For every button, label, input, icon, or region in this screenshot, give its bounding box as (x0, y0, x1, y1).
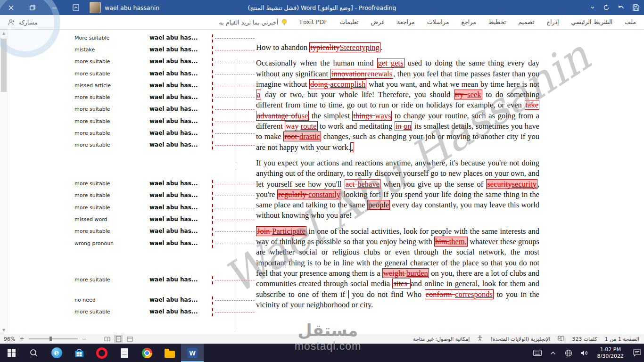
revision-comment-label[interactable]: more suitable (74, 118, 110, 124)
revision-comment-author[interactable]: wael abu has... (149, 130, 198, 136)
scroll-down-arrow[interactable]: ▼ (0, 326, 8, 334)
revision-comment-label[interactable]: more suitable (74, 205, 110, 211)
revision-comment-author[interactable]: wael abu has... (149, 240, 198, 247)
customize-qat-button[interactable] (590, 5, 595, 10)
revision-comment-author[interactable]: wael abu has... (149, 82, 198, 89)
revision-comment-label[interactable]: more suitable (74, 130, 110, 136)
ribbon-tab-6[interactable]: مراسلات (421, 15, 455, 29)
revision-comment-label[interactable]: mistake (74, 47, 95, 53)
revision-comment-label[interactable]: missed article (74, 82, 111, 89)
save-button[interactable] (633, 4, 639, 11)
ribbon-tab-7[interactable]: مراجعة (391, 15, 421, 29)
tracked-change[interactable]: doing accomplish (309, 79, 366, 89)
revision-comment-label[interactable]: more suitable (74, 309, 110, 315)
minimize-button[interactable] (43, 0, 65, 15)
taskbar-clock[interactable]: 1:02 PM 8/30/2022 (594, 346, 627, 359)
revision-comment-author[interactable]: wael abu has... (149, 204, 198, 211)
tell-me-button[interactable]: أخبرني بما تريد القيام به (213, 19, 294, 26)
accessibility-icon-button[interactable] (477, 335, 483, 343)
zoom-slider[interactable] (29, 338, 78, 339)
tracked-change[interactable]: weight burden (382, 268, 429, 278)
tracked-change[interactable]: . (350, 142, 354, 152)
taskbar-file-explorer-button[interactable] (158, 344, 181, 362)
tracked-change[interactable]: conform corresponds (425, 289, 494, 299)
revision-comment-label[interactable]: more suitable (74, 58, 110, 65)
revision-comment-label[interactable]: more suitable (74, 277, 110, 283)
revision-comment-author[interactable]: wael abu has... (149, 296, 198, 303)
revision-comment-label[interactable]: More suitable (74, 35, 109, 41)
ribbon-display-options-button[interactable] (65, 0, 87, 15)
revision-comment-author[interactable]: wael abu has... (149, 141, 198, 148)
scroll-up-arrow[interactable]: ▲ (0, 29, 8, 37)
revision-comment-author[interactable]: wael abu has... (149, 228, 198, 234)
document-text[interactable]: How to abandon typicalityStereotyping. O… (256, 42, 539, 315)
revision-comment-label[interactable]: no need (74, 297, 96, 303)
taskbar-opera-button[interactable] (91, 344, 113, 362)
hidden-icons-button[interactable] (548, 344, 558, 362)
revision-comment-author[interactable]: wael abu has... (149, 118, 198, 124)
close-button[interactable] (0, 0, 22, 15)
ribbon-tab-9[interactable]: تعليمات (333, 15, 364, 29)
revision-comment-label[interactable]: more suitable (74, 228, 110, 234)
tracked-change[interactable]: typicalityStereotyping (309, 42, 380, 52)
revision-comment-author[interactable]: wael abu has... (149, 308, 198, 315)
ribbon-tab-4[interactable]: تخطيط (482, 15, 512, 29)
tracked-change[interactable]: regularly constantly (277, 189, 341, 199)
tracked-change[interactable]: securitysecurity (486, 179, 537, 189)
taskbar-edge-button[interactable]: e (45, 344, 68, 362)
tracked-change[interactable]: root drastic (283, 132, 321, 141)
share-button[interactable]: مشاركة (8, 15, 37, 29)
tracked-change[interactable]: act behave (345, 179, 380, 189)
zoom-in-button[interactable]: + (19, 334, 24, 344)
tracked-change[interactable]: in on (395, 121, 413, 131)
taskbar-search-button[interactable] (23, 344, 45, 362)
touch-keyboard-button[interactable] (532, 344, 543, 362)
ribbon-tab-1[interactable]: الشريط الرئيسي (565, 15, 619, 29)
tracked-change[interactable]: him,them, (434, 237, 468, 247)
revision-comment-label[interactable]: more suitable (74, 142, 110, 148)
undo-button[interactable] (618, 5, 625, 11)
tracked-change[interactable]: Join Participate (256, 226, 306, 236)
revision-comment-label[interactable]: more suitable (74, 94, 110, 100)
vertical-scrollbar[interactable]: ▲ ▼ (0, 29, 8, 334)
tracked-change[interactable]: get gets (377, 58, 405, 68)
tracked-change[interactable]: sites (392, 279, 411, 288)
tracked-change[interactable]: try seek (454, 90, 482, 99)
revision-comment-author[interactable]: wael abu has... (149, 106, 198, 112)
page-number-status[interactable]: الصفحة 1 من 1 (605, 336, 639, 342)
revision-comment-author[interactable]: wael abu has... (149, 94, 198, 100)
revision-comment-author[interactable]: wael abu has... (149, 276, 198, 283)
revision-comment-label[interactable]: more suitable (74, 192, 110, 198)
start-button[interactable] (0, 344, 23, 362)
revision-comment-label[interactable]: more suitable (74, 181, 110, 187)
zoom-level[interactable]: 96% (4, 336, 15, 342)
read-mode-button[interactable] (103, 335, 111, 343)
user-account[interactable]: wael abu hassanin (90, 2, 159, 13)
ribbon-tab-10[interactable]: Foxit PDF (294, 15, 333, 29)
web-layout-button[interactable] (125, 335, 134, 343)
ribbon-tab-8[interactable]: عرض (365, 15, 391, 29)
tracked-change[interactable]: way route (285, 121, 318, 131)
repeat-button[interactable] (603, 4, 610, 11)
ribbon-tab-2[interactable]: إدراج (540, 15, 565, 29)
revision-comment-label[interactable]: more suitable (74, 106, 110, 112)
comment-anchor[interactable]: people (367, 200, 390, 210)
language-status[interactable]: الإنجليزية (الولايات المتحدة) (490, 336, 550, 342)
taskbar-store-button[interactable] (68, 344, 91, 362)
revision-comment-author[interactable]: wael abu has... (149, 192, 198, 198)
accessibility-status[interactable]: إمكانية الوصول: غير متاحة (413, 336, 470, 342)
tracked-change[interactable]: a (256, 90, 261, 99)
ribbon-tab-0[interactable]: ملف (619, 15, 642, 29)
revision-comment-author[interactable]: wael abu has... (149, 58, 198, 65)
taskbar-notepad-button[interactable] (113, 344, 136, 362)
proofing-status-button[interactable] (558, 336, 564, 343)
revision-comment-author[interactable]: wael abu has... (149, 180, 198, 187)
revision-comment-label[interactable]: missed word (74, 216, 107, 222)
tracked-change[interactable]: things ways (352, 111, 392, 121)
zoom-slider-thumb[interactable] (50, 337, 52, 341)
scrollbar-thumb[interactable] (1, 39, 7, 92)
revision-comment-author[interactable]: wael abu has... (149, 216, 198, 222)
ribbon-tab-5[interactable]: مراجع (455, 15, 482, 29)
revision-comment-author[interactable]: wael abu has... (149, 70, 198, 77)
revision-comment-author[interactable]: wael abu has... (149, 46, 198, 53)
